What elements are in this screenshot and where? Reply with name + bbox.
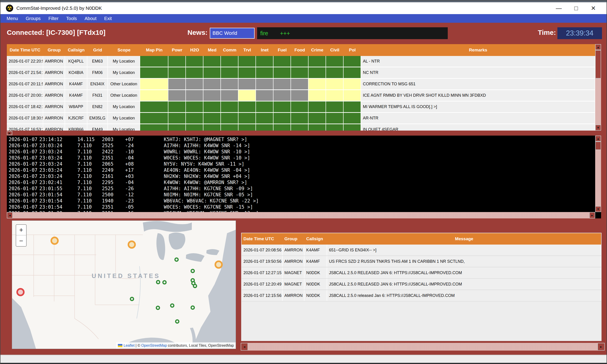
scroll-track[interactable] xyxy=(13,212,589,218)
scroll-right-button[interactable]: ► xyxy=(7,131,12,135)
report-row[interactable]: 2026-01-07 18:42:13AMRRONW8APPEN82My Loc… xyxy=(7,102,595,113)
scroll-track[interactable] xyxy=(595,50,601,125)
maximize-button[interactable]: □ xyxy=(568,5,585,12)
green-map-marker[interactable] xyxy=(175,319,180,324)
column-header-remarks[interactable]: Remarks xyxy=(361,44,595,56)
column-header-scope[interactable]: Scope xyxy=(108,44,140,56)
report-row[interactable]: 2026-01-07 20:00:11AMRRONK4AMFFN31Other … xyxy=(7,90,595,102)
green-map-marker[interactable] xyxy=(191,269,195,273)
report-row[interactable]: 2026-01-07 22:20:56AMRRONKQ4PLLEM63My Lo… xyxy=(7,56,595,67)
green-map-marker[interactable] xyxy=(162,280,167,285)
menu-item-about[interactable]: About xyxy=(81,16,100,21)
scroll-down-button[interactable]: ▼ xyxy=(595,206,601,212)
green-map-marker[interactable] xyxy=(156,280,160,284)
terminal-time: 23:03:24 xyxy=(39,143,71,149)
terminal-offset: 2191 xyxy=(102,210,125,212)
terminal-frequency: 7.110 xyxy=(77,180,102,186)
message-row[interactable]: 2026-01-07 19:50:56AMRRONK4AMFUS FRCS SZ… xyxy=(242,256,601,267)
status-cell-map-pin xyxy=(140,124,168,130)
scroll-right-button[interactable]: ► xyxy=(597,343,605,351)
orange-map-marker[interactable] xyxy=(51,237,59,245)
message-row[interactable]: 2026-01-07 12:27:15MAGNETN0DDKJS8CALL 2.… xyxy=(242,267,601,279)
us-map[interactable]: UNITED STATES xyxy=(12,221,236,349)
zoom-in-button[interactable]: + xyxy=(16,225,26,235)
attribution-sep: | © xyxy=(134,344,141,348)
cell-datetime: 2026-01-07 12:27:15 xyxy=(242,267,283,278)
scroll-left-button[interactable]: ◄ xyxy=(241,343,248,351)
status-cell-inet xyxy=(256,102,273,112)
column-header-powr[interactable]: Powr xyxy=(168,44,186,56)
scroll-up-button[interactable]: ▲ xyxy=(595,44,601,50)
report-row[interactable]: 2026-01-07 20:11:56AMRRONK4AMFEN34IXOthe… xyxy=(7,79,595,90)
terminal-frequency: 7.110 xyxy=(77,186,102,192)
terminal-offset: 2422 xyxy=(102,149,125,155)
status-cell-map-pin xyxy=(140,90,168,101)
menu-item-filter[interactable]: Filter xyxy=(45,16,62,21)
red-map-marker[interactable] xyxy=(16,288,25,296)
orange-map-marker[interactable] xyxy=(128,240,136,249)
orange-map-marker[interactable] xyxy=(215,260,223,269)
column-header-group[interactable]: Group xyxy=(283,233,304,245)
column-header-h2o[interactable]: H2O xyxy=(186,44,203,56)
close-button[interactable]: ✕ xyxy=(585,5,602,12)
menu-item-groups[interactable]: Groups xyxy=(22,16,45,21)
terminal-snr: -23 xyxy=(125,198,164,204)
menu-item-exit[interactable]: Exit xyxy=(100,16,116,21)
message-row[interactable]: 2026-01-07 20:08:56AMRRONK4AMF651--GRID … xyxy=(242,245,601,256)
menu-item-menu[interactable]: Menu xyxy=(3,16,22,21)
scroll-left-button[interactable]: ◄ xyxy=(7,212,13,218)
openstreetmap-link[interactable]: OpenStreetMap xyxy=(141,344,167,348)
leaflet-link[interactable]: Leaflet xyxy=(124,344,134,348)
column-header-trvl[interactable]: Trvl xyxy=(238,44,256,56)
column-header-date-time-utc[interactable]: Date Time UTC xyxy=(242,233,283,245)
column-header-group[interactable]: Group xyxy=(43,44,65,56)
status-cell-pol xyxy=(344,79,361,90)
scroll-right-button[interactable]: ► xyxy=(589,212,595,218)
scroll-thumb[interactable] xyxy=(595,142,601,150)
menu-item-tools[interactable]: Tools xyxy=(62,16,81,21)
column-header-message[interactable]: Message xyxy=(327,233,601,245)
map-attribution: Leaflet | © OpenStreetMap contributors, … xyxy=(116,342,236,349)
terminal-log[interactable]: 2026-01-0723:14:1214.1152003+07K5HTJ: K5… xyxy=(7,136,595,212)
map-panel[interactable]: UNITED STATES + − Leaflet | © OpenStreet… xyxy=(12,221,236,349)
zoom-out-button[interactable]: − xyxy=(16,235,26,246)
column-header-comm[interactable]: Comm xyxy=(221,44,238,56)
column-header-crime[interactable]: Crime xyxy=(309,44,326,56)
terminal-snr: -16 xyxy=(125,210,164,212)
footer-strip xyxy=(0,355,607,363)
green-map-marker[interactable] xyxy=(130,297,134,301)
scroll-up-button[interactable]: ▲ xyxy=(595,136,601,142)
message-row[interactable]: 2026-01-07 12:15:56AMRRONN0DDKJS8CALL 2.… xyxy=(242,290,601,301)
column-header-inet[interactable]: Inet xyxy=(256,44,273,56)
scroll-down-button[interactable]: ▼ xyxy=(595,125,601,130)
terminal-message: WB6VAC: WB6VAC: KG7CNE SNR -22 >] xyxy=(164,198,595,204)
column-header-civil[interactable]: Civil xyxy=(326,44,344,56)
column-header-fuel[interactable]: Fuel xyxy=(273,44,291,56)
column-header-date-time-utc[interactable]: Date Time UTC xyxy=(7,44,43,56)
terminal-frequency: 7.110 xyxy=(77,210,102,212)
column-header-callsign[interactable]: Callsign xyxy=(65,44,87,56)
report-row[interactable]: 2026-01-07 18:30:54AMRRONKJ5CRFEM35LGMy … xyxy=(7,113,595,124)
scroll-track[interactable] xyxy=(595,142,601,206)
news-input[interactable] xyxy=(210,28,255,39)
status-cell-trvl xyxy=(238,67,256,78)
column-header-med[interactable]: Med xyxy=(203,44,221,56)
minimize-button[interactable]: — xyxy=(550,5,568,12)
report-row[interactable]: 2026-01-07 21:54:11AMRRONKO4BIAFM06My Lo… xyxy=(7,67,595,79)
scroll-track[interactable] xyxy=(248,343,597,351)
scroll-thumb[interactable] xyxy=(595,50,601,78)
column-header-food[interactable]: Food xyxy=(291,44,309,56)
column-header-map-pin[interactable]: Map Pin xyxy=(140,44,168,56)
terminal-date: 2026-01-07 xyxy=(9,186,39,192)
green-map-marker[interactable] xyxy=(174,257,179,262)
column-header-grid[interactable]: Grid xyxy=(87,44,108,56)
green-map-marker[interactable] xyxy=(193,284,197,288)
report-row[interactable]: 2026-01-07 16:53:26AMRRONKB0B66EM49My Lo… xyxy=(7,124,595,130)
message-row[interactable]: 2026-01-07 12:20:49MAGNETN0DDKJS8CALL 2.… xyxy=(242,279,601,290)
green-map-marker[interactable] xyxy=(170,303,174,308)
column-header-callsign[interactable]: Callsign xyxy=(304,233,327,245)
green-map-marker[interactable] xyxy=(156,306,160,310)
terminal-date: 2026-01-07 xyxy=(9,155,39,161)
green-map-marker[interactable] xyxy=(191,305,195,310)
column-header-pol[interactable]: Pol xyxy=(344,44,361,56)
